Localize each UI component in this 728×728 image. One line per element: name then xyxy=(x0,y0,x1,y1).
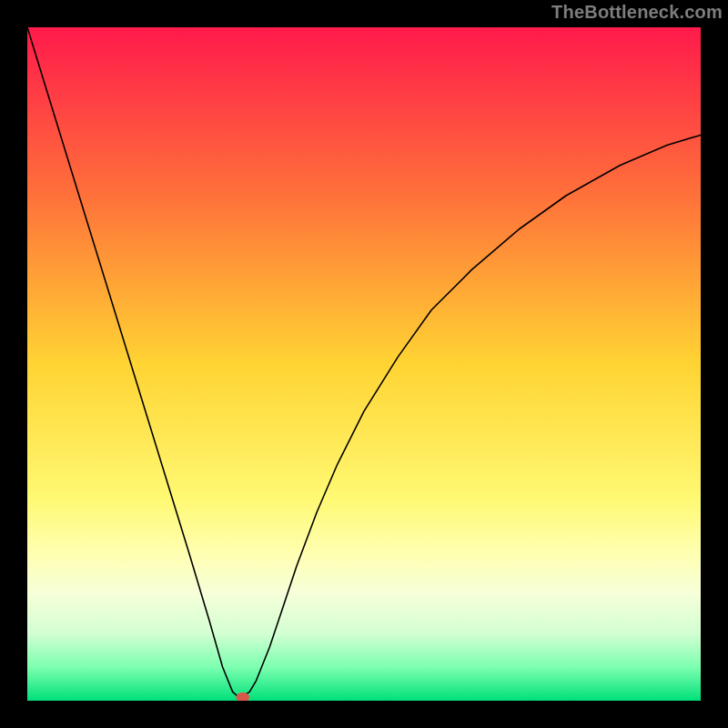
watermark-text: TheBottleneck.com xyxy=(551,2,723,23)
chart-svg xyxy=(27,27,701,701)
gradient-background xyxy=(27,27,701,701)
chart-frame: TheBottleneck.com xyxy=(0,0,728,728)
plot-area xyxy=(27,27,701,701)
